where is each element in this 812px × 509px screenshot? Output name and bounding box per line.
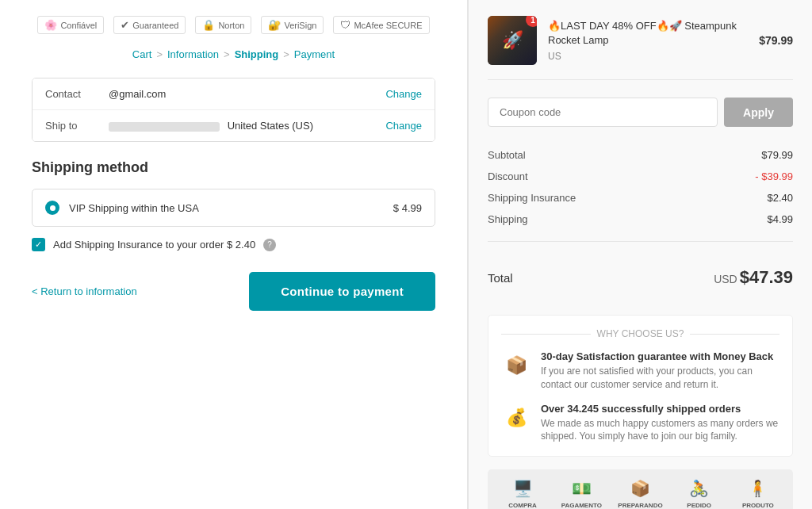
step-label-1: COMPRAREALIZADA xyxy=(504,502,541,509)
summary-insurance: Shipping Insurance $2.40 xyxy=(488,187,793,209)
step-label-5: PRODUTOENTREGUE xyxy=(741,502,776,509)
ship-to-change[interactable]: Change xyxy=(385,120,422,132)
shipping-radio[interactable] xyxy=(45,201,59,215)
total-label: Total xyxy=(488,271,513,285)
ship-to-value: United States (US) xyxy=(109,120,370,132)
shipping-option-name: VIP Shipping within the USA xyxy=(69,202,384,214)
trust-label-3: Norton xyxy=(218,21,244,30)
shipping-option[interactable]: VIP Shipping within the USA $ 4.99 xyxy=(32,189,435,227)
step-2: 💵 PAGAMENTOAPROVADO xyxy=(554,479,608,509)
total-row: Total USD$47.39 xyxy=(488,256,793,299)
subtotal-value: $79.99 xyxy=(761,149,793,161)
summary-rows: Subtotal $79.99 Discount - $39.99 Shippi… xyxy=(488,144,793,242)
total-amount: USD$47.39 xyxy=(714,267,793,288)
breadcrumb: Cart > Information > Shipping > Payment xyxy=(32,48,435,60)
trust-icon-4: 🔐 xyxy=(268,19,281,31)
why-desc-1: If you are not satisfied with your produ… xyxy=(541,365,779,392)
why-icon-1: 📦 xyxy=(501,350,531,381)
trust-icon-1: 🌸 xyxy=(44,19,57,31)
step-icon-2: 💵 xyxy=(572,479,592,498)
why-heading-1: 30-day Satisfaction guarantee with Money… xyxy=(541,350,779,362)
step-icon-5: 🧍 xyxy=(748,479,768,498)
why-text-1: 30-day Satisfaction guarantee with Money… xyxy=(541,350,779,392)
trust-label-5: McAfee SECURE xyxy=(354,21,422,30)
ship-to-country: United States (US) xyxy=(228,120,313,132)
why-section: WHY CHOOSE US? 📦 30-day Satisfaction gua… xyxy=(488,315,793,457)
why-text-2: Over 34.245 successfully shipped orders … xyxy=(541,403,779,444)
apply-button[interactable]: Apply xyxy=(724,98,793,127)
shipping-summary-value: $4.99 xyxy=(767,213,793,225)
left-panel: 🌸 Confiável ✔ Guaranteed 🔒 Norton 🔐 Veri… xyxy=(0,0,468,509)
product-price: $79.99 xyxy=(759,34,793,47)
product-row: 1 🔥LAST DAY 48% OFF🔥🚀 Steampunk Rocket L… xyxy=(488,16,793,80)
ship-to-label: Ship to xyxy=(45,120,93,132)
breadcrumb-sep-3: > xyxy=(283,48,289,60)
trust-badges: 🌸 Confiável ✔ Guaranteed 🔒 Norton 🔐 Veri… xyxy=(32,16,435,34)
step-5: 🧍 PRODUTOENTREGUE xyxy=(731,479,785,509)
why-item-1: 📦 30-day Satisfaction guarantee with Mon… xyxy=(501,350,779,392)
insurance-summary-label: Shipping Insurance xyxy=(488,192,576,204)
why-title: WHY CHOOSE US? xyxy=(501,328,779,339)
total-currency: USD xyxy=(714,273,737,285)
step-3: 📦 PREPARANDOPARA ENVIO xyxy=(613,479,667,509)
contact-row: Contact @gmail.com Change xyxy=(33,78,435,110)
product-subtitle: US xyxy=(548,51,748,62)
product-info: 🔥LAST DAY 48% OFF🔥🚀 Steampunk Rocket Lam… xyxy=(548,19,748,62)
summary-shipping: Shipping $4.99 xyxy=(488,209,793,230)
right-panel: 1 🔥LAST DAY 48% OFF🔥🚀 Steampunk Rocket L… xyxy=(468,0,812,509)
discount-label: Discount xyxy=(488,170,528,182)
contact-label: Contact xyxy=(45,88,93,100)
insurance-checkbox[interactable] xyxy=(32,238,45,251)
discount-value: - $39.99 xyxy=(755,170,793,182)
return-link[interactable]: Return to information xyxy=(32,285,137,297)
trust-label-2: Guaranteed xyxy=(132,21,178,30)
why-item-2: 💰 Over 34.245 successfully shipped order… xyxy=(501,403,779,444)
step-label-4: PEDIDODESPACHADO xyxy=(677,502,722,509)
step-icon-1: 🖥️ xyxy=(513,479,533,498)
bottom-actions: Return to information Continue to paymen… xyxy=(32,272,435,311)
breadcrumb-sep-1: > xyxy=(156,48,163,60)
trust-label-1: Confiável xyxy=(60,21,97,30)
insurance-summary-value: $2.40 xyxy=(767,192,793,204)
trust-badge-1: 🌸 Confiável xyxy=(37,16,104,34)
summary-subtotal: Subtotal $79.99 xyxy=(488,144,793,166)
coupon-input[interactable] xyxy=(488,98,718,127)
breadcrumb-cart[interactable]: Cart xyxy=(132,48,152,60)
step-1: 🖥️ COMPRAREALIZADA xyxy=(496,479,550,509)
trust-label-4: VeriSign xyxy=(284,21,316,30)
trust-icon-2: ✔ xyxy=(121,19,129,31)
insurance-row: Add Shipping Insurance to your order $ 2… xyxy=(32,238,435,251)
step-icon-4: 🚴 xyxy=(689,479,709,498)
ship-to-row: Ship to United States (US) Change xyxy=(33,110,435,141)
coupon-row: Apply xyxy=(488,98,793,127)
breadcrumb-information[interactable]: Information xyxy=(167,48,219,60)
breadcrumb-sep-2: > xyxy=(224,48,230,60)
shipping-summary-label: Shipping xyxy=(488,213,528,225)
shipping-option-price: $ 4.99 xyxy=(393,202,422,214)
trust-icon-3: 🔒 xyxy=(202,19,215,31)
breadcrumb-shipping: Shipping xyxy=(235,48,279,60)
trust-badge-4: 🔐 VeriSign xyxy=(261,16,324,34)
why-icon-2: 💰 xyxy=(501,403,531,433)
ship-to-redacted xyxy=(109,122,220,132)
summary-discount: Discount - $39.99 xyxy=(488,166,793,187)
step-label-2: PAGAMENTOAPROVADO xyxy=(561,502,602,509)
product-image: 1 xyxy=(488,16,537,65)
help-icon[interactable]: ? xyxy=(263,239,276,251)
trust-badge-2: ✔ Guaranteed xyxy=(113,16,186,34)
breadcrumb-payment[interactable]: Payment xyxy=(294,48,335,60)
trust-badge-5: 🛡 McAfee SECURE xyxy=(333,16,429,34)
why-desc-2: We made as much happy customers as many … xyxy=(541,417,779,444)
shipping-method-title: Shipping method xyxy=(32,159,435,176)
contact-value: @gmail.com xyxy=(109,88,370,100)
contact-change[interactable]: Change xyxy=(385,88,422,100)
why-heading-2: Over 34.245 successfully shipped orders xyxy=(541,403,779,415)
step-icon-3: 📦 xyxy=(630,479,650,498)
info-section: Contact @gmail.com Change Ship to United… xyxy=(32,78,435,142)
step-4: 🚴 PEDIDODESPACHADO xyxy=(672,479,726,509)
continue-button[interactable]: Continue to payment xyxy=(249,272,435,311)
product-title: 🔥LAST DAY 48% OFF🔥🚀 Steampunk Rocket Lam… xyxy=(548,19,748,48)
steps-row: 🖥️ COMPRAREALIZADA 💵 PAGAMENTOAPROVADO 📦… xyxy=(488,469,793,509)
trust-icon-5: 🛡 xyxy=(340,19,350,31)
step-label-3: PREPARANDOPARA ENVIO xyxy=(618,502,662,509)
